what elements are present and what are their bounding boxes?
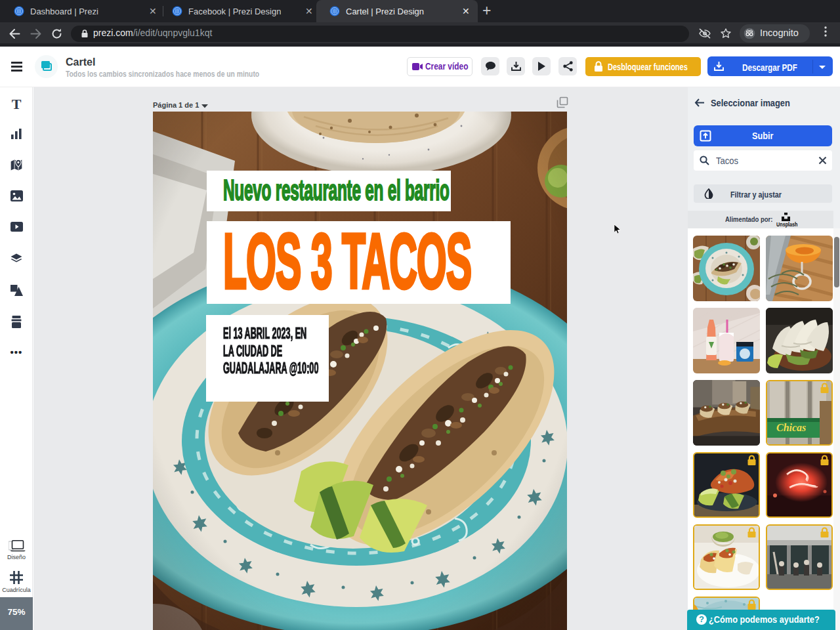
svg-text:Chicas: Chicas: [776, 422, 806, 433]
